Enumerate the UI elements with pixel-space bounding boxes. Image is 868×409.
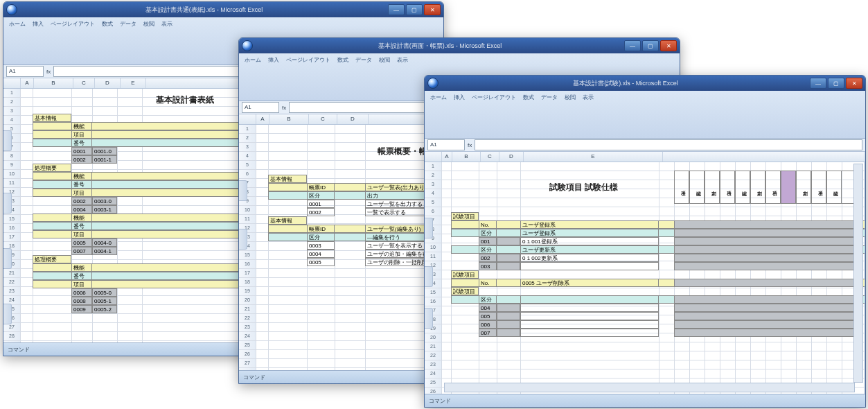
matrix-row[interactable] bbox=[674, 320, 857, 329]
titlebar[interactable]: 基本設計書(試験).xls - Microsoft Excel — ▢ ✕ bbox=[425, 76, 865, 91]
ribbon-tab[interactable]: 校閲 bbox=[143, 20, 154, 28]
cell[interactable]: 0001 bbox=[307, 200, 335, 208]
cell[interactable]: 0002 bbox=[71, 197, 92, 205]
cell[interactable] bbox=[497, 237, 520, 245]
office-orb[interactable] bbox=[6, 4, 17, 15]
v-scrollbar[interactable] bbox=[853, 164, 863, 383]
cell[interactable]: 項目 bbox=[71, 280, 92, 288]
matrix-row[interactable] bbox=[674, 220, 857, 229]
section-label[interactable]: 処理概要 bbox=[33, 255, 71, 263]
formula-input[interactable] bbox=[475, 139, 862, 150]
outline-tab[interactable] bbox=[239, 229, 247, 250]
cell[interactable]: 0001-0 bbox=[92, 147, 117, 155]
cell[interactable]: 003 bbox=[479, 262, 497, 270]
fx-icon[interactable]: fx bbox=[46, 69, 51, 75]
office-orb[interactable] bbox=[427, 78, 439, 89]
cell[interactable]: 0001-1 bbox=[92, 155, 117, 164]
matrix-col-highlight[interactable] bbox=[781, 171, 796, 204]
ribbon-tab[interactable]: ホーム bbox=[430, 94, 447, 101]
office-orb[interactable] bbox=[242, 40, 253, 51]
ribbon-tab[interactable]: 数式 bbox=[337, 56, 348, 64]
cell[interactable]: 0007 bbox=[71, 247, 92, 255]
cell[interactable]: ユーザ登録系 bbox=[520, 220, 659, 229]
name-box[interactable]: A1 bbox=[242, 102, 279, 113]
close-button[interactable]: ✕ bbox=[660, 40, 677, 51]
cell[interactable]: ユーザ更新系 bbox=[520, 245, 659, 254]
ribbon-tab[interactable]: 校閲 bbox=[565, 94, 576, 101]
ribbon-tab[interactable]: ホーム bbox=[9, 20, 26, 28]
close-button[interactable]: ✕ bbox=[424, 4, 441, 15]
outline-tab[interactable] bbox=[425, 266, 433, 287]
outline-tab[interactable] bbox=[425, 308, 433, 329]
cell[interactable]: 0004 bbox=[71, 205, 92, 214]
cell[interactable]: 機能 bbox=[71, 263, 92, 272]
matrix-row[interactable] bbox=[674, 295, 857, 304]
cell[interactable]: 0005 bbox=[71, 238, 92, 247]
cell[interactable]: No. bbox=[479, 220, 497, 229]
cell[interactable]: 区分 bbox=[307, 191, 335, 200]
section-label[interactable]: 試験項目 bbox=[451, 287, 479, 295]
cell[interactable] bbox=[520, 304, 659, 312]
cell[interactable]: 007 bbox=[479, 329, 497, 337]
cell[interactable] bbox=[520, 295, 659, 304]
cell[interactable] bbox=[497, 304, 520, 312]
ribbon-tab[interactable]: ホーム bbox=[245, 56, 261, 64]
cell[interactable]: 0005 ユーザ削除系 bbox=[520, 279, 659, 287]
cell[interactable]: 番号 bbox=[71, 222, 92, 230]
section-label[interactable]: 基本情報 bbox=[268, 175, 307, 183]
cell[interactable]: 0 1 002更新系 bbox=[520, 254, 659, 262]
outline-tab[interactable] bbox=[3, 130, 12, 151]
cell[interactable]: 機能 bbox=[71, 172, 92, 180]
matrix-row[interactable] bbox=[674, 312, 857, 320]
worksheet[interactable]: 1234567891011121314151617181920212223242… bbox=[425, 162, 865, 394]
ribbon-tab[interactable]: データ bbox=[120, 20, 136, 28]
outline-tab[interactable] bbox=[425, 218, 433, 238]
cell[interactable]: 帳票ID bbox=[307, 225, 335, 233]
cell[interactable]: 帳票ID bbox=[307, 183, 335, 191]
cell[interactable] bbox=[520, 262, 659, 270]
matrix-row[interactable] bbox=[674, 229, 857, 237]
cell[interactable]: 0004-0 bbox=[92, 238, 117, 247]
cell[interactable] bbox=[520, 329, 659, 337]
ribbon-tab[interactable]: 表示 bbox=[397, 56, 408, 64]
minimize-button[interactable]: — bbox=[810, 78, 826, 89]
h-scrollbar[interactable] bbox=[444, 383, 855, 392]
cell[interactable]: ユーザ登録系 bbox=[520, 229, 659, 237]
cell[interactable]: 0008 bbox=[71, 297, 92, 305]
cell[interactable]: 番号 bbox=[71, 272, 92, 280]
section-label[interactable]: 基本情報 bbox=[33, 114, 71, 122]
cell[interactable] bbox=[497, 320, 520, 329]
ribbon-tab[interactable]: 挿入 bbox=[33, 20, 44, 28]
minimize-button[interactable]: — bbox=[624, 40, 641, 51]
cell[interactable]: 0005-0 bbox=[92, 288, 117, 297]
matrix-row[interactable] bbox=[674, 304, 857, 312]
cell[interactable]: No. bbox=[479, 279, 497, 287]
cell[interactable]: 機能 bbox=[71, 214, 92, 222]
ribbon-tab[interactable]: ページレイアウト bbox=[51, 20, 95, 28]
cell[interactable] bbox=[520, 320, 659, 329]
matrix-row[interactable] bbox=[674, 329, 857, 337]
cell[interactable]: 005 bbox=[479, 312, 497, 320]
cell[interactable]: 001 bbox=[479, 237, 497, 245]
matrix-row[interactable] bbox=[674, 237, 857, 245]
outline-tab[interactable] bbox=[3, 193, 12, 214]
cell[interactable] bbox=[497, 329, 520, 337]
matrix-row[interactable] bbox=[674, 254, 857, 262]
cell[interactable] bbox=[497, 312, 520, 320]
maximize-button[interactable]: ▢ bbox=[642, 40, 659, 51]
cell[interactable] bbox=[497, 262, 520, 270]
outline-tab[interactable] bbox=[3, 304, 12, 324]
ribbon-tab[interactable]: 数式 bbox=[102, 20, 113, 28]
titlebar[interactable]: 基本設計書(画面・帳票).xls - Microsoft Excel — ▢ ✕ bbox=[239, 38, 680, 53]
cell[interactable]: 0006 bbox=[71, 288, 92, 297]
cell[interactable]: 0003 bbox=[307, 241, 335, 250]
cell[interactable]: 0001 bbox=[71, 147, 92, 155]
cell[interactable]: 002 bbox=[479, 254, 497, 262]
close-button[interactable]: ✕ bbox=[846, 78, 862, 89]
cell[interactable]: 区分 bbox=[479, 295, 497, 304]
cell[interactable]: 区分 bbox=[307, 233, 335, 241]
cell[interactable]: 0003-1 bbox=[92, 205, 117, 214]
section-label[interactable]: 試験項目 bbox=[451, 270, 479, 279]
cell[interactable]: 0 1 001登録系 bbox=[520, 237, 659, 245]
cell[interactable]: 区分 bbox=[479, 229, 497, 237]
